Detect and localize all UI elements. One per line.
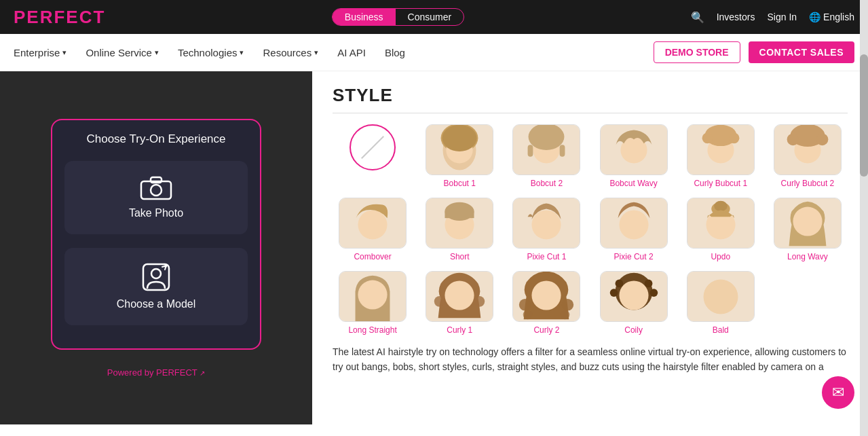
svg-point-54 <box>523 310 533 320</box>
take-photo-option[interactable]: Take Photo <box>63 160 249 236</box>
nav-ai-api[interactable]: AI API <box>337 47 366 58</box>
bald-image <box>687 271 755 322</box>
bobcut1-image <box>426 124 493 175</box>
none-option[interactable] <box>350 124 396 170</box>
nav-enterprise[interactable]: Enterprise ▾ <box>14 47 67 58</box>
updo-image <box>687 198 755 249</box>
signin-link[interactable]: Sign In <box>767 12 797 22</box>
style-short[interactable]: Short <box>419 198 499 261</box>
choose-model-option[interactable]: Choose a Model <box>63 247 249 327</box>
curly1-label: Curly 1 <box>447 325 472 335</box>
search-icon[interactable]: 🔍 <box>691 11 704 24</box>
style-none[interactable] <box>333 124 413 188</box>
svg-point-43 <box>793 206 822 236</box>
take-photo-label: Take Photo <box>129 207 183 219</box>
scrollbar-thumb[interactable] <box>860 54 868 177</box>
chevron-down-icon: ▾ <box>155 48 159 57</box>
nav-technologies[interactable]: Technologies ▾ <box>178 47 244 58</box>
style-bobcut-wavy[interactable]: Bobcut Wavy <box>593 124 673 188</box>
business-toggle[interactable]: Business <box>333 9 396 25</box>
curly-bubcut1-label: Curly Bubcut 1 <box>694 179 747 188</box>
style-bobcut1[interactable]: Bobcut 1 <box>419 124 499 188</box>
svg-point-4 <box>151 269 161 278</box>
curly1-image <box>426 271 493 322</box>
nav-resources[interactable]: Resources ▾ <box>263 47 318 58</box>
powered-by: Powered by PERFECT ↗ <box>107 367 205 378</box>
style-updo[interactable]: Updo <box>681 198 761 261</box>
main-content: Choose Try-On Experience Take Photo <box>0 71 868 424</box>
style-long-wavy[interactable]: Long Wavy <box>768 198 848 261</box>
pixie2-image <box>600 198 668 249</box>
style-curly-bubcut2[interactable]: Curly Bubcut 2 <box>768 124 848 188</box>
svg-point-35 <box>532 210 561 239</box>
external-link-icon: ↗ <box>200 369 205 377</box>
svg-rect-33 <box>445 211 474 218</box>
long-straight-label: Long Straight <box>348 325 396 335</box>
style-bobcut2[interactable]: Bobcut 2 <box>506 124 586 188</box>
chat-icon: ✉ <box>832 384 844 401</box>
chevron-down-icon: ▾ <box>240 48 244 57</box>
svg-point-29 <box>358 210 388 239</box>
style-grid-row2: Combover Short <box>333 198 848 261</box>
long-straight-image <box>339 271 407 322</box>
svg-point-47 <box>445 280 474 310</box>
pixie1-image <box>512 198 580 249</box>
style-section-title: STYLE <box>333 85 848 113</box>
consumer-toggle[interactable]: Consumer <box>396 9 464 25</box>
svg-point-59 <box>615 280 623 288</box>
svg-point-37 <box>619 210 648 239</box>
coily-image <box>600 271 668 322</box>
demo-store-button[interactable]: DEMO STORE <box>654 41 740 63</box>
style-pixie1[interactable]: Pixie Cut 1 <box>506 198 586 261</box>
short-label: Short <box>450 252 470 261</box>
long-wavy-label: Long Wavy <box>787 252 828 261</box>
business-consumer-toggle[interactable]: Business Consumer <box>332 8 464 26</box>
choose-model-label: Choose a Model <box>117 298 196 310</box>
style-curly-bubcut1[interactable]: Curly Bubcut 1 <box>681 124 761 188</box>
style-bald[interactable]: Bald <box>681 271 761 335</box>
svg-rect-14 <box>528 145 533 157</box>
style-curly1[interactable]: Curly 1 <box>419 271 499 335</box>
svg-point-21 <box>702 133 713 144</box>
svg-point-27 <box>816 133 829 145</box>
bald-label: Bald <box>713 325 729 335</box>
top-right-actions: 🔍 Investors Sign In 🌐 English <box>691 11 854 24</box>
svg-point-45 <box>358 280 388 309</box>
curly-bubcut1-image <box>687 124 755 175</box>
description-text: The latest AI hairstyle try on technolog… <box>333 344 848 375</box>
svg-point-5 <box>164 265 167 268</box>
bobcut-wavy-label: Bobcut Wavy <box>609 179 657 188</box>
chevron-down-icon: ▾ <box>314 48 318 57</box>
scrollbar-track[interactable] <box>860 0 868 424</box>
chevron-down-icon: ▾ <box>62 48 67 57</box>
bobcut2-image <box>512 124 580 175</box>
camera-icon <box>140 176 172 200</box>
style-long-straight[interactable]: Long Straight <box>333 271 413 335</box>
nav-links: Enterprise ▾ Online Service ▾ Technologi… <box>14 47 405 58</box>
svg-point-64 <box>703 280 738 314</box>
style-combover[interactable]: Combover <box>333 198 413 261</box>
style-grid-row3: Long Straight Curly 1 <box>333 271 848 335</box>
bobcut1-label: Bobcut 1 <box>444 179 476 188</box>
nav-online-service[interactable]: Online Service ▾ <box>86 47 159 58</box>
language-label: English <box>823 12 854 22</box>
choose-title: Choose Try-On Experience <box>63 132 249 146</box>
empty-cell <box>768 271 848 335</box>
svg-point-10 <box>442 125 477 151</box>
bobcut-wavy-image <box>600 124 668 175</box>
style-pixie2[interactable]: Pixie Cut 2 <box>593 198 673 261</box>
style-grid: Bobcut 1 Bobcut 2 <box>333 124 848 188</box>
top-navigation: PERFECT Business Consumer 🔍 Investors Si… <box>0 0 868 34</box>
model-icon <box>142 263 170 291</box>
secondary-navigation: Enterprise ▾ Online Service ▾ Technologi… <box>0 34 868 71</box>
contact-sales-button[interactable]: CONTACT SALES <box>749 41 854 63</box>
nav-blog[interactable]: Blog <box>385 47 405 58</box>
svg-point-51 <box>532 280 561 310</box>
investors-link[interactable]: Investors <box>717 12 755 22</box>
perfect-brand: PERFECT <box>156 367 197 378</box>
svg-point-53 <box>562 299 574 311</box>
style-coily[interactable]: Coily <box>593 271 673 335</box>
style-curly2[interactable]: Curly 2 <box>506 271 586 335</box>
chat-button[interactable]: ✉ <box>822 376 854 409</box>
language-button[interactable]: 🌐 English <box>809 12 854 22</box>
